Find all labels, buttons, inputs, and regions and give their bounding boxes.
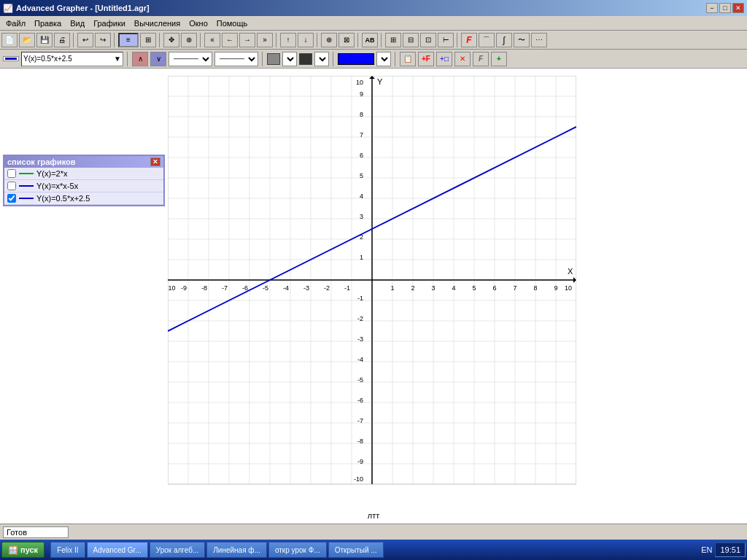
add-graph-button[interactable]: +F: [418, 52, 434, 66]
print-button[interactable]: 🖨: [54, 33, 70, 47]
undo-button[interactable]: ↩: [77, 33, 93, 47]
edit-graph-button[interactable]: F: [473, 52, 489, 66]
grid2-button[interactable]: ⊟: [403, 33, 419, 47]
svg-text:9: 9: [360, 90, 363, 98]
toolbar-formula: Y(x)=0.5*x+2.5 ▼ ∧ ∨ ────── ────── ▼ ▼ ▼…: [0, 50, 747, 69]
close-button[interactable]: ✕: [732, 3, 744, 13]
graph-checkbox-1[interactable]: [7, 182, 16, 190]
wave-up-button[interactable]: ∧: [132, 52, 148, 66]
sep3: [159, 33, 160, 47]
wave-down-button[interactable]: ∨: [150, 52, 166, 66]
taskbar-item-linear[interactable]: Линейная ф...: [206, 542, 267, 558]
fill-color2-dropdown[interactable]: ▼: [314, 52, 329, 66]
taskbar-linear-label: Линейная ф...: [213, 546, 260, 554]
arrow-left2-button[interactable]: «: [204, 33, 220, 47]
move-button[interactable]: ✥: [163, 33, 179, 47]
new-button[interactable]: 📄: [1, 33, 18, 47]
svg-text:-10: -10: [168, 284, 176, 292]
graph-checkbox-2[interactable]: [7, 194, 16, 203]
svg-text:6: 6: [492, 284, 496, 292]
svg-text:1: 1: [360, 254, 363, 261]
open-button[interactable]: 📂: [19, 33, 35, 47]
integral-button[interactable]: ∫: [496, 33, 512, 47]
menu-view[interactable]: Вид: [66, 18, 89, 29]
taskbar-item-open2[interactable]: Открытый ...: [328, 542, 384, 558]
menu-bar: Файл Правка Вид Графики Вычисления Окно …: [0, 16, 747, 31]
menu-window[interactable]: Окно: [185, 18, 212, 29]
fn-button[interactable]: F: [461, 33, 477, 47]
taskbar-item-advanced[interactable]: Advanced Gr...: [87, 542, 148, 558]
more-button[interactable]: ⋯: [531, 33, 547, 47]
fill-color1-dropdown[interactable]: ▼: [282, 52, 297, 66]
save-button[interactable]: 💾: [36, 33, 53, 47]
taskbar-item-open1[interactable]: откр урок Ф...: [268, 542, 327, 558]
menu-graphs[interactable]: Графики: [89, 18, 130, 29]
svg-text:4: 4: [452, 284, 455, 292]
svg-text:-3: -3: [303, 284, 309, 292]
sep2: [114, 33, 115, 47]
graph-list-close-button[interactable]: ✕: [150, 158, 160, 166]
arrow-down-button[interactable]: ↓: [298, 33, 314, 47]
arrow-right-button[interactable]: →: [239, 33, 255, 47]
curve-button[interactable]: ⌒: [479, 33, 495, 47]
main-color-dropdown[interactable]: ▼: [376, 52, 391, 66]
chart-svg: X Y -1 -2 -3 -4 -5 -6 -7 -8 -9 -10 1 2 3…: [168, 76, 576, 499]
line-style2-dropdown[interactable]: ──────: [214, 52, 258, 66]
svg-text:10: 10: [565, 284, 572, 292]
menu-edit[interactable]: Правка: [30, 18, 66, 29]
menu-help[interactable]: Помощь: [212, 18, 252, 29]
graph-item-0[interactable]: Y(x)=2*x: [4, 168, 163, 180]
crosshair-button[interactable]: ⊕: [321, 33, 337, 47]
wave-button[interactable]: 〜: [514, 33, 530, 47]
line-style-dropdown[interactable]: ──────: [169, 52, 212, 66]
sep8: [381, 33, 382, 47]
sep-f1: [127, 52, 128, 66]
sep7: [357, 33, 359, 47]
svg-text:7: 7: [513, 284, 516, 292]
copy-graph-button[interactable]: 📋: [400, 52, 416, 66]
points-button[interactable]: ⊡: [420, 33, 436, 47]
ab-button[interactable]: AB: [362, 33, 378, 47]
graph-checkbox-0[interactable]: [7, 169, 16, 178]
sep6: [317, 33, 318, 47]
taskbar-item-algebra[interactable]: Урок алгеб...: [150, 542, 206, 558]
clock: 19:51: [715, 542, 746, 557]
graph-color-2: [19, 198, 34, 199]
svg-text:3: 3: [431, 284, 435, 292]
zoom-button[interactable]: ⊕: [181, 33, 197, 47]
main-line-color[interactable]: [338, 53, 374, 65]
graph-item-1[interactable]: Y(x)=x*x-5x: [4, 180, 163, 192]
menu-file[interactable]: Файл: [1, 18, 30, 29]
svg-text:2: 2: [411, 284, 414, 292]
delete-graph-button[interactable]: ✕: [454, 52, 471, 66]
copy2-graph-button[interactable]: +□: [436, 52, 452, 66]
menu-calc[interactable]: Вычисления: [130, 18, 185, 29]
graph-color-1: [19, 185, 34, 187]
graph-item-2[interactable]: Y(x)=0.5*x+2.5: [4, 192, 163, 205]
status-bar: Готов: [0, 524, 747, 540]
graph-list-button[interactable]: ≡: [118, 33, 139, 47]
redo-button[interactable]: ↪: [95, 33, 111, 47]
grid-button[interactable]: ⊞: [385, 33, 401, 47]
line-color-indicator: [5, 58, 17, 60]
zoom-fit-button[interactable]: ⊠: [338, 33, 355, 47]
maximize-button[interactable]: □: [719, 3, 731, 13]
fill-color2[interactable]: [299, 53, 312, 65]
svg-text:-6: -6: [357, 397, 363, 404]
taskbar-advanced-label: Advanced Gr...: [93, 546, 142, 554]
arrow-left-button[interactable]: ←: [222, 33, 238, 47]
taskbar-algebra-label: Урок алгеб...: [156, 546, 199, 554]
arrow-up-button[interactable]: ↑: [280, 33, 296, 47]
arrow-right2-button[interactable]: »: [257, 33, 273, 47]
fill-color1[interactable]: [267, 53, 280, 65]
table-button[interactable]: ⊞: [140, 33, 156, 47]
svg-text:8: 8: [360, 111, 363, 118]
sep-f3: [333, 52, 334, 66]
formula-input[interactable]: Y(x)=0.5*x+2.5 ▼: [21, 52, 123, 66]
minimize-button[interactable]: −: [706, 3, 718, 13]
ruler-button[interactable]: ⊢: [438, 33, 454, 47]
taskbar-item-felix[interactable]: Felix II: [50, 542, 85, 558]
plus-graph-button[interactable]: +: [491, 52, 507, 66]
start-button[interactable]: 🪟 пуск: [1, 542, 44, 558]
taskbar-open2-label: Открытый ...: [335, 546, 377, 554]
